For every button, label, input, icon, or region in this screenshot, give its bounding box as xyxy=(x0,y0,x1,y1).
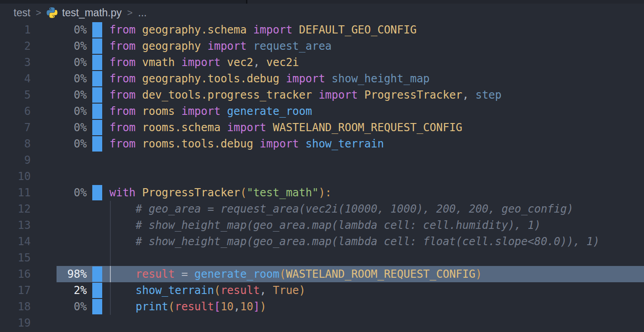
line-number[interactable]: 12 xyxy=(0,201,31,217)
line-number[interactable]: 1 xyxy=(0,22,31,38)
line-number[interactable]: 9 xyxy=(0,152,31,168)
code-line[interactable]: 70%from rooms.schema import WASTELAND_RO… xyxy=(0,119,644,136)
token-br1: ): xyxy=(318,186,331,199)
code-line[interactable]: 10%from geography.schema import DEFAULT_… xyxy=(0,22,644,38)
line-number[interactable]: 3 xyxy=(0,54,31,71)
code-text[interactable]: from dev_tools.progress_tracker import P… xyxy=(109,87,502,103)
breadcrumb-folder[interactable]: test xyxy=(14,7,30,19)
tab-bar-edge xyxy=(0,0,644,4)
code-text[interactable]: # show_height_map(geo_area.map(lambda ce… xyxy=(109,233,600,250)
token-pl xyxy=(136,56,142,69)
token-kw: from xyxy=(109,56,136,69)
code-line[interactable]: 13 # show_height_map(geo_area.map(lambda… xyxy=(0,217,644,233)
code-editor: test > test_math.py > ... 10%from geogra… xyxy=(0,0,644,332)
line-number[interactable]: 15 xyxy=(0,250,31,266)
line-number[interactable]: 6 xyxy=(0,103,31,119)
breadcrumb-symbol-ellipsis[interactable]: ... xyxy=(138,7,147,19)
code-text[interactable]: result = generate_room(WASTELAND_ROOM_RE… xyxy=(109,266,482,282)
line-number[interactable]: 18 xyxy=(0,299,31,315)
line-number[interactable]: 19 xyxy=(0,315,31,331)
code-text[interactable]: from geography.schema import DEFAULT_GEO… xyxy=(109,22,417,38)
token-fn: generate_room xyxy=(227,105,312,118)
code-text[interactable]: with ProgressTracker("test_math"): xyxy=(109,185,331,201)
token-pl xyxy=(312,89,318,101)
token-pl xyxy=(246,24,253,36)
line-number[interactable]: 2 xyxy=(0,38,31,54)
line-number[interactable]: 8 xyxy=(0,136,31,152)
token-pl xyxy=(358,89,364,101)
token-pl xyxy=(201,40,207,52)
token-mod: rooms.tools.debug xyxy=(142,138,253,150)
code-line[interactable]: 180% print(result[10,10]) xyxy=(0,299,644,315)
code-line[interactable]: 19 xyxy=(0,315,644,331)
line-number[interactable]: 10 xyxy=(0,168,31,185)
token-mod: geography xyxy=(142,40,201,52)
code-line[interactable]: 15 xyxy=(0,250,644,266)
token-str: "test_math" xyxy=(246,186,318,199)
token-pl: , xyxy=(253,56,266,69)
token-pl xyxy=(136,24,142,36)
code-text[interactable]: from rooms import generate_room xyxy=(109,103,312,119)
gutter-coverage-marker xyxy=(92,136,102,152)
code-line[interactable]: 14 # show_height_map(geo_area.map(lambda… xyxy=(0,233,644,250)
coverage-percent: 0% xyxy=(45,185,87,201)
line-number[interactable]: 7 xyxy=(0,119,31,136)
code-text[interactable]: from rooms.schema import WASTELAND_ROOM_… xyxy=(109,119,462,136)
code-line[interactable]: 9 xyxy=(0,152,644,168)
token-pl xyxy=(221,56,227,69)
token-mod: rooms xyxy=(142,105,175,118)
code-text[interactable]: from geography import request_area xyxy=(109,38,331,54)
code-line[interactable]: 50%from dev_tools.progress_tracker impor… xyxy=(0,87,644,103)
token-pl xyxy=(136,89,142,101)
line-number[interactable]: 5 xyxy=(0,87,31,103)
line-number[interactable]: 13 xyxy=(0,217,31,233)
line-number[interactable]: 14 xyxy=(0,233,31,250)
token-cls: vec2i xyxy=(266,56,299,69)
token-br1: ) xyxy=(475,268,482,280)
code-text[interactable]: from vmath import vec2, vec2i xyxy=(109,54,299,71)
line-number[interactable]: 11 xyxy=(0,185,31,201)
token-fn: generate_room xyxy=(194,268,279,280)
code-text[interactable]: # geo_area = request_area(vec2i(10000, 1… xyxy=(109,201,573,217)
code-line[interactable]: 60%from rooms import generate_room xyxy=(0,103,644,119)
code-line[interactable]: 172% show_terrain(result, True) xyxy=(0,282,644,299)
code-text[interactable]: # show_height_map(geo_area.map(lambda ce… xyxy=(109,217,541,233)
token-cmt: # show_height_map(geo_area.map(lambda ce… xyxy=(109,219,541,232)
tab-bar-edge-right xyxy=(247,0,644,4)
line-number[interactable]: 17 xyxy=(0,282,31,299)
code-line[interactable]: 40%from geography.tools.debug import sho… xyxy=(0,71,644,87)
token-pl xyxy=(136,121,142,134)
chevron-right-icon: > xyxy=(127,7,133,18)
code-line[interactable]: 30%from vmath import vec2, vec2i xyxy=(0,54,644,71)
line-number[interactable]: 4 xyxy=(0,71,31,87)
code-text[interactable]: show_terrain(result, True) xyxy=(109,282,306,299)
token-mod: geography.tools.debug xyxy=(142,72,279,85)
token-fnm: step xyxy=(475,89,502,101)
token-pl xyxy=(136,105,142,118)
token-kw: import xyxy=(181,105,221,118)
token-pl xyxy=(279,72,286,85)
gutter-coverage-marker xyxy=(92,55,102,70)
line-number[interactable]: 16 xyxy=(0,266,31,282)
breadcrumb-file[interactable]: test_math.py xyxy=(62,7,122,19)
token-cmt: # show_height_map(geo_area.map(lambda ce… xyxy=(109,235,600,248)
code-line[interactable]: 10 xyxy=(0,168,644,185)
token-fn: print xyxy=(136,300,168,313)
token-kw: from xyxy=(109,24,136,36)
code-line[interactable]: 110%with ProgressTracker("test_math"): xyxy=(0,185,644,201)
code-line[interactable]: 12 # geo_area = request_area(vec2i(10000… xyxy=(0,201,644,217)
code-line[interactable]: 80%from rooms.tools.debug import show_te… xyxy=(0,136,644,152)
coverage-percent: 0% xyxy=(45,136,87,152)
code-line[interactable]: 1698% result = generate_room(WASTELAND_R… xyxy=(0,266,644,282)
token-kw: from xyxy=(109,138,136,150)
breadcrumb: test > test_math.py > ... xyxy=(0,4,644,22)
token-const: WASTELAND_ROOM_REQUEST_CONFIG xyxy=(273,121,462,134)
token-cls: ProgressTracker xyxy=(365,89,463,101)
token-const: WASTELAND_ROOM_REQUEST_CONFIG xyxy=(286,268,475,280)
token-num: 10 xyxy=(240,300,253,313)
code-text[interactable]: print(result[10,10]) xyxy=(109,299,266,315)
code-text[interactable]: from geography.tools.debug import show_h… xyxy=(109,71,430,87)
code-line[interactable]: 20%from geography import request_area xyxy=(0,38,644,54)
token-pl: , xyxy=(462,89,475,101)
code-text[interactable]: from rooms.tools.debug import show_terra… xyxy=(109,136,384,152)
